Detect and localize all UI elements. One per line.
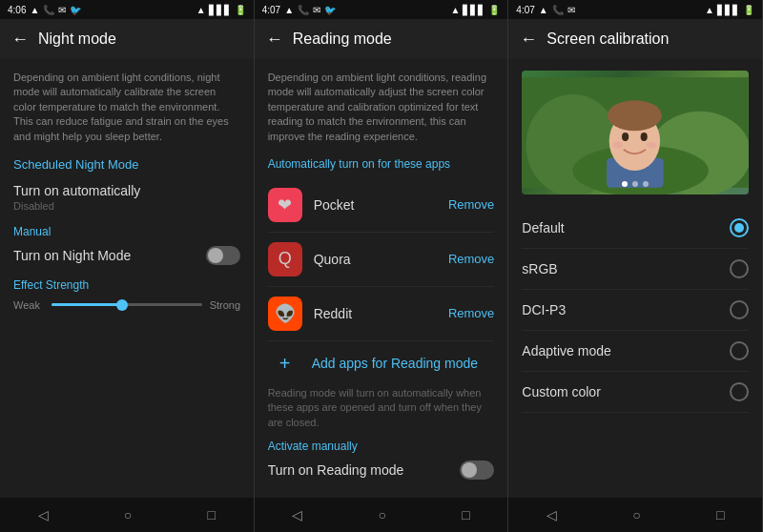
pocket-name: Pocket xyxy=(314,197,355,213)
radio-adaptive[interactable]: Adaptive mode xyxy=(522,331,749,372)
night-mode-toggle[interactable] xyxy=(206,246,240,265)
home-nav-3[interactable]: ○ xyxy=(617,501,655,528)
top-bar-2: ← Reading mode xyxy=(255,19,508,59)
photo-dot-2 xyxy=(632,181,638,187)
quora-icon: Q xyxy=(268,242,302,276)
slider-fill xyxy=(52,303,119,306)
scheduled-night-mode-link[interactable]: Scheduled Night Mode xyxy=(13,157,240,172)
back-nav-3[interactable]: ◁ xyxy=(531,501,572,528)
radio-srgb[interactable]: sRGB xyxy=(522,249,749,290)
svg-point-6 xyxy=(608,100,662,131)
photo-dots xyxy=(622,181,649,187)
top-bar-1: ← Night mode xyxy=(0,19,254,59)
slider-max-label: Strong xyxy=(210,299,240,311)
description-2: Depending on ambient light conditions, r… xyxy=(268,71,495,144)
add-apps-row[interactable]: + Add apps for Reading mode xyxy=(268,341,495,386)
reading-mode-panel: 4:07 ▲ 📞 ✉ 🐦 ▲ ▋▋▋ 🔋 ← Reading mode Depe… xyxy=(255,0,509,532)
back-button-2[interactable]: ← xyxy=(266,30,283,50)
message-icon-2: ✉ xyxy=(313,5,320,15)
screen-calibration-panel: 4:07 ▲ 📞 ✉ ▲ ▋▋▋ 🔋 ← Screen calibration xyxy=(508,0,763,532)
effect-strength-label: Effect Strength xyxy=(13,278,240,292)
signal-bars-2: ▋▋▋ xyxy=(463,5,485,15)
svg-point-9 xyxy=(613,142,624,149)
recent-nav-2[interactable]: □ xyxy=(446,501,485,528)
message-icon-3: ✉ xyxy=(567,5,575,15)
recent-nav-1[interactable]: □ xyxy=(193,501,231,528)
wifi-icon-1: ▲ xyxy=(196,5,206,15)
back-button-3[interactable]: ← xyxy=(520,30,537,50)
call-icon-2: 📞 xyxy=(298,5,309,15)
slider-min-label: Weak xyxy=(13,299,44,311)
signal-icon-2: ▲ xyxy=(284,5,294,15)
pocket-icon: ❤ xyxy=(268,188,302,222)
content-1: Depending on ambient light conditions, n… xyxy=(0,59,254,498)
night-mode-toggle-label: Turn on Night Mode xyxy=(13,248,131,263)
content-2: Depending on ambient light conditions, r… xyxy=(255,59,508,498)
photo-dot-3 xyxy=(643,181,649,187)
radio-custom-btn[interactable] xyxy=(730,382,749,401)
bottom-nav-3: ◁ ○ □ xyxy=(508,498,762,532)
wifi-icon-2: ▲ xyxy=(450,5,460,15)
call-icon-3: 📞 xyxy=(552,5,564,15)
remove-quora-btn[interactable]: Remove xyxy=(448,252,494,266)
radio-adaptive-btn[interactable] xyxy=(730,341,749,360)
radio-default[interactable]: Default xyxy=(522,208,749,249)
battery-icon-3: 🔋 xyxy=(743,5,754,15)
home-nav-2[interactable]: ○ xyxy=(363,501,402,528)
status-bar-3: 4:07 ▲ 📞 ✉ ▲ ▋▋▋ 🔋 xyxy=(508,0,762,19)
effect-strength-slider[interactable] xyxy=(52,303,202,306)
reddit-icon: 👽 xyxy=(268,297,302,331)
radio-default-btn[interactable] xyxy=(730,218,749,237)
reading-mode-toggle[interactable] xyxy=(460,460,494,480)
radio-custom[interactable]: Custom color xyxy=(522,372,749,413)
back-button-1[interactable]: ← xyxy=(11,30,29,50)
status-time-1: 4:06 xyxy=(8,5,26,15)
app-item-quora-left: Q Quora xyxy=(268,242,351,276)
page-title-1: Night mode xyxy=(38,31,116,48)
radio-adaptive-label: Adaptive mode xyxy=(522,343,610,358)
reading-mode-toggle-label: Turn on Reading mode xyxy=(268,462,404,478)
photo-dot-1 xyxy=(622,181,628,187)
home-nav-1[interactable]: ○ xyxy=(109,501,147,528)
app-item-reddit-left: 👽 Reddit xyxy=(268,297,352,331)
svg-point-10 xyxy=(647,142,657,149)
signal-icon: ▲ xyxy=(30,5,39,15)
add-apps-label: Add apps for Reading mode xyxy=(312,356,478,371)
recent-nav-3[interactable]: □ xyxy=(701,501,739,528)
description-1: Depending on ambient light conditions, n… xyxy=(13,71,240,144)
radio-dcip3[interactable]: DCI-P3 xyxy=(522,290,749,331)
radio-dcip3-btn[interactable] xyxy=(730,300,749,319)
page-title-3: Screen calibration xyxy=(546,31,669,48)
small-desc-2: Reading mode will turn on automatically … xyxy=(268,386,495,430)
radio-default-label: Default xyxy=(522,220,564,235)
back-nav-2[interactable]: ◁ xyxy=(277,501,318,528)
radio-srgb-btn[interactable] xyxy=(730,259,749,278)
status-right-3: ▲ ▋▋▋ 🔋 xyxy=(705,5,754,15)
auto-setting-subtitle: Disabled xyxy=(13,200,240,212)
night-mode-panel: 4:06 ▲ 📞 ✉ 🐦 ▲ ▋▋▋ 🔋 ← Night mode Depend… xyxy=(0,0,255,532)
auto-setting: Turn on automatically Disabled xyxy=(13,183,240,212)
app-item-pocket: ❤ Pocket Remove xyxy=(268,178,495,233)
signal-bars-1: ▋▋▋ xyxy=(209,5,232,15)
remove-pocket-btn[interactable]: Remove xyxy=(448,197,494,212)
radio-dcip3-label: DCI-P3 xyxy=(522,302,566,317)
remove-reddit-btn[interactable]: Remove xyxy=(448,306,494,320)
back-nav-1[interactable]: ◁ xyxy=(23,501,64,528)
auto-setting-title: Turn on automatically xyxy=(13,183,240,198)
message-icon: ✉ xyxy=(58,5,66,15)
status-right-2: ▲ ▋▋▋ 🔋 xyxy=(450,5,500,15)
slider-thumb[interactable] xyxy=(116,299,128,311)
app-item-quora: Q Quora Remove xyxy=(268,233,495,287)
twitter-icon: 🐦 xyxy=(70,5,81,15)
bottom-nav-2: ◁ ○ □ xyxy=(255,498,508,532)
twitter-icon-2: 🐦 xyxy=(324,5,336,15)
signal-bars-3: ▋▋▋ xyxy=(717,5,740,15)
calibration-image xyxy=(522,71,749,194)
battery-icon-1: 🔋 xyxy=(235,5,246,15)
status-bar-2: 4:07 ▲ 📞 ✉ 🐦 ▲ ▋▋▋ 🔋 xyxy=(255,0,508,19)
page-title-2: Reading mode xyxy=(293,31,392,48)
status-time-2: 4:07 xyxy=(262,5,280,15)
radio-srgb-label: sRGB xyxy=(522,261,557,276)
content-3: Default sRGB DCI-P3 Adaptive mode Custom… xyxy=(508,59,762,498)
radio-custom-label: Custom color xyxy=(522,384,600,399)
